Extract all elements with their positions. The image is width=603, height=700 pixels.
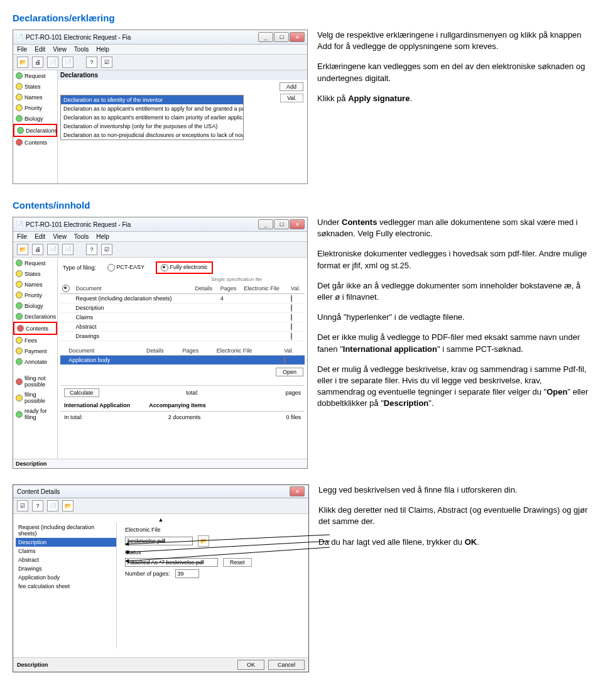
list-item[interactable]: fee calculation sheet	[16, 582, 116, 591]
menu-edit[interactable]: Edit	[35, 46, 45, 53]
instruction-text: Da du har lagt ved alle filene, trykker …	[318, 537, 590, 548]
maximize-button[interactable]: ☐	[274, 32, 289, 42]
reset-button[interactable]: Reset	[223, 558, 252, 567]
sidebar-item-priority[interactable]: Priority	[13, 102, 57, 113]
toolbar-doc2-icon[interactable]: 📄	[62, 244, 73, 255]
num-pages-input[interactable]: 39	[175, 569, 199, 578]
toolbar-help-icon[interactable]: ?	[86, 57, 97, 68]
sidebar-item-contents[interactable]: Contents	[13, 137, 57, 148]
titlebar: 📄 PCT-RO-101 Electronic Request - Fia _ …	[13, 217, 307, 232]
open-button[interactable]: Open	[276, 368, 303, 376]
menu-edit[interactable]: Edit	[35, 233, 45, 240]
dialog-toolbar: ☑ ? 📄 📂	[13, 498, 308, 514]
sidebar-item-states[interactable]: States	[13, 81, 57, 92]
toolbar-check-icon[interactable]: ☑	[17, 500, 28, 511]
dropdown-selected[interactable]: Declaration as to identity of the invent…	[61, 96, 243, 104]
toolbar-doc-icon[interactable]: 📄	[47, 500, 58, 511]
status-not-possible: filing not possible	[13, 373, 57, 390]
sidebar-item-request[interactable]: Request	[13, 70, 57, 81]
toolbar-help-icon[interactable]: ?	[32, 500, 43, 511]
declaration-dropdown[interactable]: Declaration as to identity of the invent…	[60, 95, 244, 140]
sidebar-item-payment[interactable]: Payment	[13, 346, 57, 356]
list-item[interactable]: Request (including declaration sheets)	[16, 523, 116, 538]
content-details-dialog: Content Details ✕ ☑ ? 📄 📂 ▲ Request (inc…	[13, 484, 309, 672]
menu-tools[interactable]: Tools	[74, 46, 89, 53]
ef-label: Electronic File	[125, 527, 161, 533]
toolbar-doc-icon[interactable]: 📄	[47, 244, 58, 255]
table-row-appbody[interactable]: Application body	[60, 356, 305, 365]
minimize-button[interactable]: _	[258, 219, 273, 229]
toolbar-doc2-icon[interactable]: 📄	[62, 57, 73, 68]
dialog-titlebar: Content Details ✕	[13, 485, 308, 498]
table-row[interactable]: Drawings	[60, 332, 305, 341]
col-pages: Pages	[181, 346, 215, 356]
status-input: Attached As *7 beskrivelse.pdf	[125, 558, 218, 567]
sidebar-item-names[interactable]: Names	[13, 92, 57, 102]
dialog-close-button[interactable]: ✕	[290, 486, 305, 496]
minimize-button[interactable]: _	[258, 32, 273, 42]
col-pages: Pages	[219, 283, 242, 294]
menu-view[interactable]: View	[53, 233, 67, 240]
menu-tools[interactable]: Tools	[74, 233, 89, 240]
list-item-abstract[interactable]: Abstract	[16, 555, 116, 564]
table-row[interactable]: Description	[60, 304, 305, 313]
sidebar-item-fees[interactable]: Fees	[13, 335, 57, 346]
sidebar-item-names[interactable]: Names	[13, 279, 57, 290]
toolbar-print-icon[interactable]: 🖨	[32, 57, 43, 68]
menu-file[interactable]: File	[17, 46, 27, 53]
toolbar-open-icon[interactable]: 📂	[62, 500, 73, 511]
section-title: Contents/innhold	[13, 200, 590, 211]
ef-input[interactable]: beskrivelse.pdf	[125, 537, 193, 545]
list-item-description[interactable]: Description	[16, 538, 116, 547]
dialog-footer-desc: Description	[17, 662, 48, 668]
table-row[interactable]: Claims	[60, 313, 305, 322]
calculate-button[interactable]: Calculate	[64, 388, 99, 397]
toolbar-open-icon[interactable]: 📂	[17, 244, 28, 255]
sidebar-item-contents[interactable]: Contents	[13, 322, 57, 335]
radio-fully-electronic[interactable]: Fully electronic	[156, 261, 213, 274]
sidebar-item-priority[interactable]: Priority	[13, 290, 57, 300]
list-item-drawings[interactable]: Drawings	[16, 564, 116, 573]
instruction-text: Det er ikke mulig å vedlegge to PDF-file…	[317, 332, 590, 354]
sidebar-item-declarations[interactable]: Declarations	[13, 311, 57, 322]
toolbar-open-icon[interactable]: 📂	[17, 57, 28, 68]
add-button[interactable]: Add	[280, 82, 303, 91]
instruction-text: Det er mulig å vedlegge beskrivelse, kra…	[317, 364, 590, 410]
files-count: 0	[286, 414, 289, 420]
dropdown-option[interactable]: Declaration as to applicant's entitlemen…	[61, 113, 243, 122]
sidebar-item-annotate[interactable]: Annotate	[13, 356, 57, 367]
close-button[interactable]: ✕	[290, 219, 305, 229]
maximize-button[interactable]: ☐	[274, 219, 289, 229]
list-item-claims[interactable]: Claims	[16, 547, 116, 555]
ok-button[interactable]: OK	[237, 660, 264, 670]
browse-button[interactable]: 📂	[198, 535, 209, 547]
menubar: File Edit View Tools Help	[13, 232, 307, 242]
menu-view[interactable]: View	[53, 46, 67, 53]
cancel-button[interactable]: Cancel	[268, 660, 305, 670]
radio-pct-easy[interactable]: PCT-EASY	[107, 264, 144, 271]
sidebar-item-states[interactable]: States	[13, 268, 57, 279]
menu-help[interactable]: Help	[96, 233, 109, 240]
table-row[interactable]: Abstract	[60, 322, 305, 332]
val-button[interactable]: Val.	[280, 94, 303, 102]
menu-help[interactable]: Help	[96, 46, 109, 53]
toolbar-help-icon[interactable]: ?	[86, 244, 97, 255]
table-row[interactable]: Request (including declaration sheets)4	[60, 294, 305, 304]
menu-file[interactable]: File	[17, 233, 27, 240]
contents-pane: Type of filing: PCT-EASY Fully electroni…	[58, 258, 307, 459]
sidebar-item-biology[interactable]: Biology	[13, 113, 57, 124]
close-button[interactable]: ✕	[290, 32, 305, 42]
dropdown-option[interactable]: Declaration as to non-prejudicial disclo…	[61, 131, 243, 139]
sidebar-item-request[interactable]: Request	[13, 258, 57, 268]
toolbar-check-icon[interactable]: ☑	[101, 244, 112, 255]
dropdown-option[interactable]: Declaration as to applicant's entitlemen…	[61, 104, 243, 113]
list-item[interactable]: Application body	[16, 573, 116, 582]
toolbar-doc-icon[interactable]: 📄	[47, 57, 58, 68]
toolbar-print-icon[interactable]: 🖨	[32, 244, 43, 255]
toolbar-check-icon[interactable]: ☑	[101, 57, 112, 68]
declarations-pane: Declarations Add Val. Declaration as to …	[58, 70, 307, 183]
sidebar-item-declarations[interactable]: Declarations	[13, 124, 57, 137]
dropdown-option[interactable]: Declaration of inventorship (only for th…	[61, 122, 243, 131]
sidebar-item-biology[interactable]: Biology	[13, 300, 57, 311]
in-total-label: In total:	[64, 414, 83, 420]
